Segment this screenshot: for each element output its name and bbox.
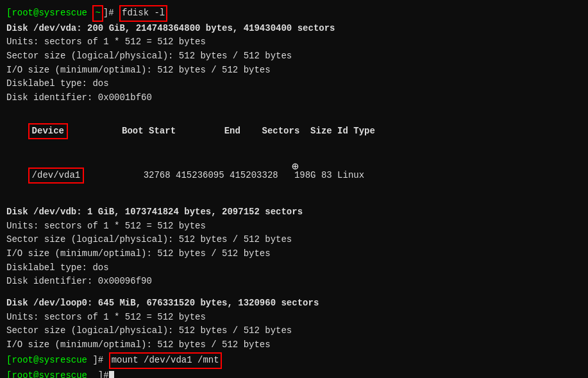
disk-vda-line5: Disklabel type: dos xyxy=(6,77,582,91)
disk-loop0-line1: Disk /dev/loop0: 645 MiB, 676331520 byte… xyxy=(6,296,582,311)
prompt-line-3: [root@sysrescue ]# xyxy=(6,369,582,379)
table-row-rest: 32768 415236095 415203328 198G 83 Linux xyxy=(84,170,364,180)
device-header-box: Device xyxy=(28,123,68,140)
terminal-cursor xyxy=(109,371,114,378)
disk-vdb-line3: Sector size (logical/physical): 512 byte… xyxy=(6,233,582,247)
terminal-window: [root@sysrescue ~]# fdisk -l Disk /dev/v… xyxy=(0,0,588,378)
prompt-user-3: [root@sysrescue xyxy=(6,369,92,379)
disk-loop0-line3: Sector size (logical/physical): 512 byte… xyxy=(6,324,582,338)
disk-vda-line4: I/O size (minimum/optimal): 512 bytes / … xyxy=(6,64,582,78)
disk-vda-line2: Units: sectors of 1 * 512 = 512 bytes xyxy=(6,35,582,49)
prompt-line-2: [root@sysrescue ]# mount /dev/vda1 /mnt xyxy=(6,352,582,369)
prompt-hash-3: ]# xyxy=(92,369,108,379)
prompt-user-2: [root@sysrescue xyxy=(6,354,92,368)
prompt-hash-1: ]# xyxy=(103,6,119,21)
disk-vdb-line6: Disk identifier: 0x00096f90 xyxy=(6,275,582,289)
disk-loop0-line4: I/O size (minimum/optimal): 512 bytes / … xyxy=(6,338,582,352)
prompt-line-1: [root@sysrescue ~]# fdisk -l xyxy=(6,5,582,22)
prompt-tilde-1: ~ xyxy=(92,5,103,22)
command-fdisk: fdisk -l xyxy=(119,5,167,22)
command-mount: mount /dev/vda1 /mnt xyxy=(109,352,222,369)
disk-vda-line6: Disk identifier: 0x0001bf60 xyxy=(6,91,582,105)
disk-vdb-line2: Units: sectors of 1 * 512 = 512 bytes xyxy=(6,219,582,234)
disk-vda-line1: Disk /dev/vda: 200 GiB, 214748364800 byt… xyxy=(6,22,582,36)
disk-loop0-line2: Units: sectors of 1 * 512 = 512 bytes xyxy=(6,311,582,325)
prompt-hash-2: ]# xyxy=(92,354,108,368)
device-vda1-box: /dev/vda1 xyxy=(28,168,85,184)
table-row-vda1: /dev/vda1 32768 415236095 415203328 198G… xyxy=(6,153,582,198)
table-header-rest: Boot Start End Sectors Size Id Type xyxy=(68,126,375,136)
table-header: Device Boot Start End Sectors Size Id Ty… xyxy=(6,109,582,153)
disk-vdb-line4: I/O size (minimum/optimal): 512 bytes / … xyxy=(6,247,582,261)
disk-vdb-line1: Disk /dev/vdb: 1 GiB, 1073741824 bytes, … xyxy=(6,205,582,219)
prompt-user-1: [root@sysrescue xyxy=(6,6,92,21)
disk-vdb-line5: Disklabel type: dos xyxy=(6,261,582,275)
disk-vda-line3: Sector size (logical/physical): 512 byte… xyxy=(6,49,582,64)
